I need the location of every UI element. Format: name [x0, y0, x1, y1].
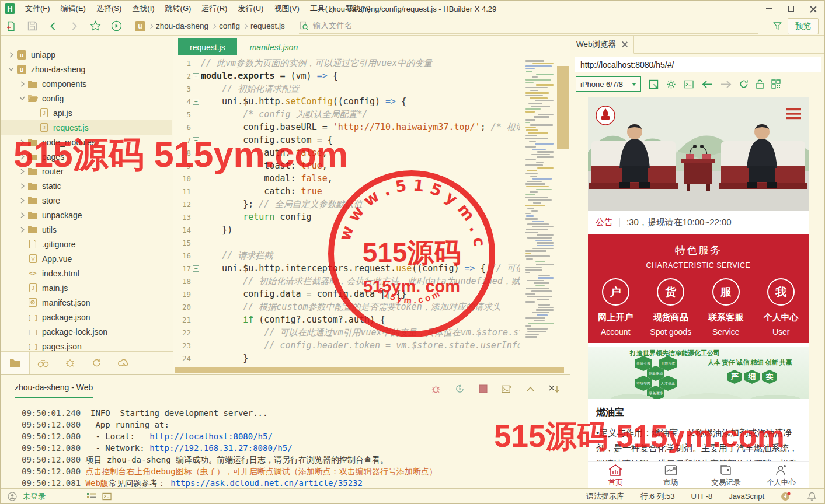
tree-collapsed-icon[interactable] [18, 81, 27, 87]
tree-item-node_modules[interactable]: node_modules [1, 135, 172, 149]
breadcrumb-item-0[interactable]: zhou-da-sheng [156, 22, 208, 30]
stop-icon[interactable] [479, 384, 488, 393]
tree-item-utils[interactable]: utils [1, 222, 172, 237]
status-item-2[interactable]: UTF-8 [691, 492, 712, 501]
service-item-spot-goods[interactable]: 货现货商品Spot goods [643, 278, 699, 337]
tree-expanded-icon[interactable] [6, 67, 16, 71]
service-item-account[interactable]: 户网上开户Account [588, 278, 643, 337]
phone-tab-market[interactable]: 市场 [643, 462, 699, 489]
filter-button[interactable] [767, 18, 788, 35]
tree-item-zhou-da-sheng[interactable]: uzhou-da-sheng [1, 62, 172, 76]
line-number[interactable]: 2 [173, 69, 191, 82]
tab-close-icon[interactable] [622, 41, 628, 47]
forward-button[interactable] [64, 18, 85, 35]
lock-icon[interactable] [756, 79, 764, 89]
cloud-tab[interactable] [110, 352, 137, 374]
open-external-icon[interactable] [649, 79, 659, 89]
qrcode-icon[interactable] [771, 79, 781, 89]
fold-collapse-icon[interactable] [193, 99, 199, 105]
tree-item-static[interactable]: static [1, 178, 172, 193]
clear-icon[interactable] [549, 385, 559, 393]
tree-collapsed-icon[interactable] [18, 139, 27, 145]
tree-expanded-icon[interactable] [18, 96, 27, 100]
minimize-button[interactable] [758, 1, 780, 17]
tree-collapsed-icon[interactable] [18, 212, 27, 218]
tree-collapsed-icon[interactable] [6, 52, 16, 58]
tree-item-api.js[interactable]: Japi.js [1, 106, 172, 120]
restart-icon[interactable] [455, 384, 465, 394]
line-number[interactable]: 21 [173, 313, 191, 326]
tree-collapsed-icon[interactable] [18, 154, 27, 160]
web-browser-tab[interactable]: Web浏览器 [570, 36, 634, 54]
device-select[interactable]: iPhone 6/7/8 [576, 76, 641, 92]
debug-tab[interactable] [57, 352, 83, 374]
console-output[interactable]: 09:50:01.240 INFO Starting development s… [1, 407, 570, 488]
line-number[interactable]: 5 [173, 108, 191, 121]
breadcrumb-item-1[interactable]: config [219, 22, 240, 30]
tree-item-uniapp[interactable]: uuniapp [1, 47, 172, 62]
tree-item-store[interactable]: store [1, 193, 172, 208]
terminal-icon[interactable] [102, 492, 112, 501]
line-number[interactable]: 16 [173, 249, 191, 262]
menu-item-5[interactable]: 运行(R) [196, 1, 232, 17]
line-number[interactable]: 1 [173, 57, 191, 69]
back-button[interactable] [43, 18, 64, 35]
line-number[interactable]: 4 [173, 95, 191, 108]
refresh-icon[interactable] [739, 79, 749, 89]
menu-item-1[interactable]: 编辑(E) [55, 1, 91, 17]
menu-item-6[interactable]: 发行(U) [232, 1, 269, 17]
code-area[interactable]: 1// 此vm参数为页面的实例，可以通过它引用vuex中的变量2module.e… [173, 57, 520, 366]
new-file-button[interactable] [1, 18, 22, 35]
line-number[interactable]: 18 [173, 275, 191, 288]
search-tab[interactable] [30, 352, 57, 374]
phone-tab-user[interactable]: 个人中心 [754, 462, 809, 489]
tree-collapsed-icon[interactable] [18, 169, 27, 174]
log-link[interactable]: http://192.168.31.27:8080/h5/ [149, 443, 292, 453]
tree-item-index.html[interactable]: <>index.html [1, 266, 172, 281]
breadcrumb-item-2[interactable]: request.js [250, 22, 285, 30]
company-banner[interactable]: 打造世界领先洁净能源化工公司 价值引领开放合作创新驱动市场导向人才强企绿色洁净 … [588, 346, 809, 399]
line-number[interactable]: 7 [173, 134, 191, 146]
tree-item-pages.json[interactable]: [ ]pages.json [1, 339, 172, 351]
tree-collapsed-icon[interactable] [18, 198, 27, 204]
phone-tab-home[interactable]: 首页 [588, 462, 643, 489]
line-number[interactable]: 22 [173, 326, 191, 339]
console-tab[interactable]: zhou-da-sheng - Web [15, 383, 93, 398]
sync-tab[interactable] [83, 352, 110, 374]
announcement-bar[interactable]: 公告 :30，提现请在10:00~22:00 [588, 211, 809, 235]
line-number[interactable]: 10 [173, 172, 191, 185]
fold-collapse-icon[interactable] [193, 137, 199, 144]
outline-icon[interactable] [86, 492, 96, 500]
login-status[interactable]: 未登录 [23, 491, 46, 502]
close-button[interactable] [802, 1, 824, 17]
horizontal-scrollbar[interactable] [175, 367, 564, 373]
tree-collapsed-icon[interactable] [18, 183, 27, 189]
service-item-user[interactable]: 我个人中心User [754, 278, 809, 337]
menu-item-3[interactable]: 查找(I) [127, 1, 159, 17]
tree-item-App.vue[interactable]: VApp.vue [1, 251, 172, 266]
status-item-0[interactable]: 语法提示库 [586, 491, 624, 502]
tree-item-router[interactable]: router [1, 164, 172, 178]
save-button[interactable] [22, 18, 43, 35]
maximize-button[interactable] [780, 1, 802, 17]
nav-back-icon[interactable] [702, 80, 713, 88]
fold-icon[interactable] [191, 95, 201, 108]
status-item-1[interactable]: 行:6 列:53 [640, 491, 675, 502]
line-number[interactable]: 24 [173, 352, 191, 365]
menu-item-4[interactable]: 跳转(G) [160, 1, 197, 17]
tree-item-package.json[interactable]: [ ]package.json [1, 310, 172, 324]
phone-tab-records[interactable]: 交易记录 [698, 462, 754, 489]
fold-icon[interactable] [191, 69, 201, 82]
terminal-add-icon[interactable] [502, 384, 512, 394]
tree-item-manifest.json[interactable]: manifest.json [1, 295, 172, 310]
line-number[interactable]: 17 [173, 262, 191, 275]
fold-collapse-icon[interactable] [193, 265, 199, 272]
tree-item-request.js[interactable]: Jrequest.js [1, 120, 172, 135]
line-number[interactable]: 8 [173, 146, 191, 159]
minimap-scrollbar[interactable] [557, 66, 569, 149]
nav-forward-icon[interactable] [720, 80, 732, 88]
menu-item-7[interactable]: 视图(V) [269, 1, 304, 17]
menu-item-2[interactable]: 选择(S) [91, 1, 127, 17]
log-link[interactable]: http://localhost:8080/h5/ [149, 432, 273, 441]
line-number[interactable]: 20 [173, 300, 191, 313]
